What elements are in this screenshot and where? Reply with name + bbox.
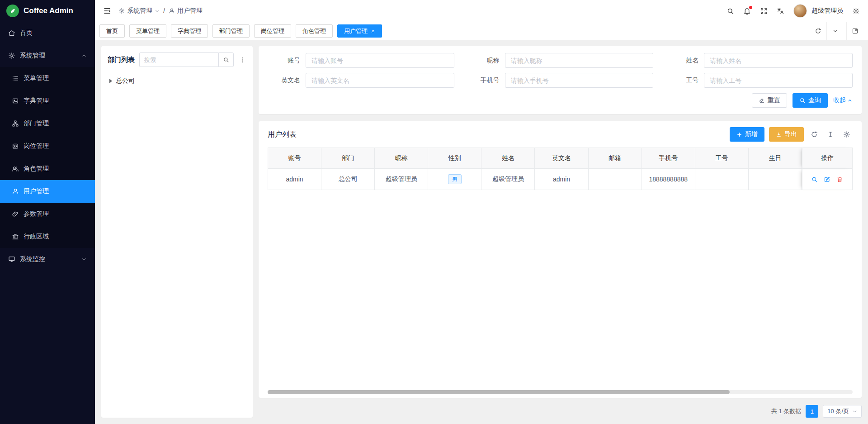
english-name-input[interactable] [306, 73, 454, 88]
view-user-icon[interactable] [811, 176, 818, 183]
scrollbar-thumb[interactable] [268, 390, 730, 394]
tab-label: 首页 [106, 27, 118, 35]
refresh-icon[interactable] [809, 22, 826, 40]
bell-icon[interactable] [743, 7, 751, 15]
department-panel-header: 部门列表 [108, 52, 246, 67]
table-header-row: 账号 部门 昵称 性别 姓名 英文名 邮箱 手机号 工号 生日 操作 [268, 148, 853, 169]
sidebar-menu: 首页 系统管理 菜单管理 [0, 22, 95, 424]
tab-user-management[interactable]: 用户管理 [337, 24, 382, 38]
account-label: 账号 [268, 57, 300, 65]
add-user-button[interactable]: 新增 [730, 127, 764, 142]
refresh-icon[interactable] [808, 129, 820, 140]
breadcrumb-item-system[interactable]: 系统管理 [118, 7, 160, 15]
main-column: 系统管理 / 用户管理 [95, 0, 868, 424]
sidebar-item-menu-management[interactable]: 菜单管理 [0, 67, 95, 90]
account-input[interactable] [306, 53, 454, 68]
pagination-bar: 共 1 条数据 1 10 条/页 [259, 405, 862, 418]
horizontal-scrollbar[interactable] [268, 390, 853, 394]
roles-icon [12, 165, 19, 172]
kebab-menu-icon[interactable] [238, 57, 246, 63]
post-badge-icon [12, 143, 19, 150]
breadcrumb-separator: / [163, 7, 165, 14]
sidebar-item-region-management[interactable]: 行政区域 [0, 225, 95, 248]
delete-user-icon[interactable] [836, 176, 843, 183]
tab-post-management[interactable]: 岗位管理 [254, 24, 291, 38]
sidebar-item-dict-management[interactable]: 字典管理 [0, 90, 95, 112]
phone-input[interactable] [505, 73, 654, 88]
sidebar-item-home[interactable]: 首页 [0, 22, 95, 44]
user-avatar[interactable] [793, 4, 807, 18]
cell-department: 总公司 [321, 169, 375, 190]
sidebar-item-label: 系统管理 [20, 52, 45, 60]
fullscreen-icon[interactable] [760, 7, 768, 15]
column-header: 昵称 [375, 148, 428, 169]
column-header: 邮箱 [589, 148, 642, 169]
job-number-input[interactable] [704, 73, 853, 88]
pagination-page-1[interactable]: 1 [806, 405, 818, 418]
search-form-actions: 重置 查询 收起 [268, 93, 853, 108]
tab-close-icon[interactable] [371, 29, 375, 33]
sidebar-collapse-icon[interactable] [103, 7, 111, 15]
name-label: 姓名 [666, 57, 698, 65]
sidebar-item-param-management[interactable]: 参数管理 [0, 203, 95, 225]
cell-phone: 18888888888 [642, 169, 695, 190]
sidebar-item-dept-management[interactable]: 部门管理 [0, 112, 95, 135]
tab-home[interactable]: 首页 [99, 24, 125, 38]
search-icon[interactable] [726, 7, 734, 15]
breadcrumb-item-user[interactable]: 用户管理 [169, 7, 203, 15]
department-search-input[interactable] [139, 52, 218, 67]
nickname-input[interactable] [505, 53, 654, 68]
export-button[interactable]: 导出 [769, 127, 804, 142]
sidebar-item-post-management[interactable]: 岗位管理 [0, 135, 95, 157]
query-button[interactable]: 查询 [793, 93, 828, 108]
sidebar-item-system-monitor[interactable]: 系统监控 [0, 248, 95, 271]
settings-gear-icon[interactable] [852, 7, 860, 15]
table-settings-gear-icon[interactable] [841, 129, 853, 140]
sidebar-item-label: 首页 [20, 29, 33, 37]
work-area: 账号 昵称 姓名 英文名 [259, 46, 862, 418]
current-user-name[interactable]: 超级管理员 [811, 7, 843, 15]
chevron-down-icon [155, 9, 160, 14]
department-search-icon[interactable] [218, 52, 234, 67]
sidebar-item-system-management[interactable]: 系统管理 [0, 44, 95, 67]
reset-button[interactable]: 重置 [752, 93, 787, 108]
pagination-total: 共 1 条数据 [771, 407, 801, 415]
name-input[interactable] [704, 53, 853, 68]
user-list-header: 用户列表 新增 导出 [268, 127, 853, 142]
sidebar-item-user-management[interactable]: 用户管理 [0, 180, 95, 203]
cell-job-number [695, 169, 749, 190]
header-actions: 超级管理员 [726, 4, 860, 18]
home-icon [8, 29, 15, 37]
sidebar-item-role-management[interactable]: 角色管理 [0, 157, 95, 180]
export-button-label: 导出 [784, 130, 797, 138]
chevron-down-icon[interactable] [826, 22, 844, 40]
tab-dept-management[interactable]: 部门管理 [212, 24, 250, 38]
column-header: 账号 [268, 148, 321, 169]
sidebar-item-label: 字典管理 [24, 97, 49, 105]
column-header: 姓名 [481, 148, 535, 169]
column-header: 性别 [428, 148, 481, 169]
cell-nickname: 超级管理员 [375, 169, 428, 190]
layout-icon[interactable] [846, 22, 863, 40]
page-size-select[interactable]: 10 条/页 [823, 405, 862, 418]
app-logo: Coffee Admin [0, 0, 95, 22]
tab-menu-management[interactable]: 菜单管理 [129, 24, 166, 38]
cell-english-name: admin [535, 169, 588, 190]
tab-role-management[interactable]: 角色管理 [296, 24, 333, 38]
tab-dict-management[interactable]: 字典管理 [171, 24, 208, 38]
tree-caret-icon[interactable] [109, 79, 112, 83]
tab-bar: 首页 菜单管理 字典管理 部门管理 岗位管理 角色管理 用户管理 [95, 22, 868, 40]
column-height-icon[interactable] [825, 129, 836, 140]
gender-tag: 男 [448, 174, 462, 184]
tree-node-root[interactable]: 总公司 [108, 74, 246, 88]
translate-icon[interactable] [777, 7, 784, 15]
search-form-card: 账号 昵称 姓名 英文名 [259, 46, 862, 114]
reset-button-label: 重置 [768, 96, 780, 105]
sidebar-item-label: 行政区域 [24, 233, 49, 241]
job-number-label: 工号 [666, 76, 698, 85]
collapse-filters-link[interactable]: 收起 [833, 96, 853, 105]
edit-user-icon[interactable] [824, 176, 830, 183]
top-header: 系统管理 / 用户管理 [95, 0, 868, 22]
tab-label: 字典管理 [178, 27, 201, 35]
table-row: admin 总公司 超级管理员 男 超级管理员 admin 1888888888… [268, 169, 853, 190]
